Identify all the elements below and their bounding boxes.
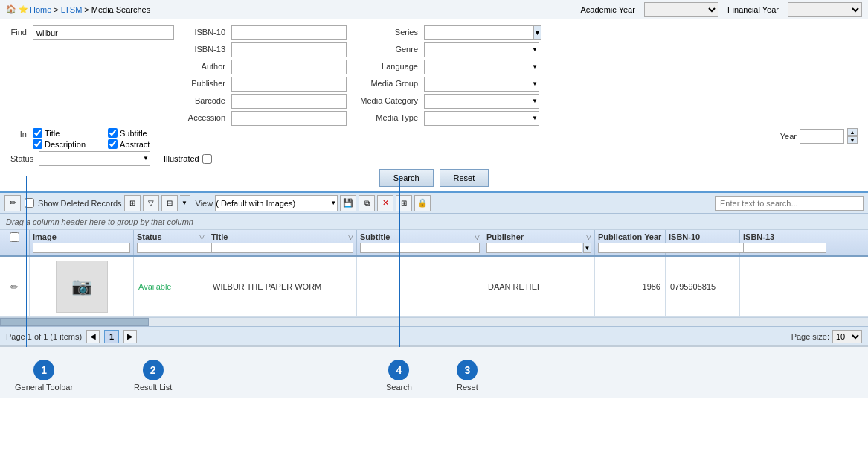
year-down[interactable]: ▼ xyxy=(847,136,858,144)
grid-toolbar: ✏ Show Deleted Records ⊞ ▽ ⊟ ▼ View ( De… xyxy=(0,193,868,214)
barcode-label: Barcode xyxy=(180,94,228,109)
view-select[interactable]: ( Default with Images) xyxy=(215,195,338,211)
accession-label: Accession xyxy=(180,111,228,126)
reset-button[interactable]: Reset xyxy=(440,169,489,187)
col-image-header: Image xyxy=(30,230,134,255)
row-publisher-value: DAAN RETIEF xyxy=(488,282,542,291)
toolbar-dropdown-btn[interactable]: ▼ xyxy=(180,195,190,211)
year-input[interactable] xyxy=(800,129,844,144)
status-select[interactable] xyxy=(39,151,150,166)
grid-search-input[interactable] xyxy=(715,196,864,211)
connector-1 xyxy=(26,176,27,347)
media-category-select[interactable] xyxy=(424,94,539,109)
subtitle-checkbox[interactable] xyxy=(108,128,118,138)
ltsm-link[interactable]: LTSM xyxy=(61,5,83,14)
annotation-1: 1 General Toolbar xyxy=(15,360,73,392)
academic-year-select[interactable] xyxy=(644,2,718,17)
illustrated-checkbox[interactable] xyxy=(202,154,212,164)
col-publisher-dropdown[interactable]: ▼ xyxy=(583,243,591,253)
isbn13-input[interactable] xyxy=(231,42,347,57)
author-input[interactable] xyxy=(231,60,347,74)
col-isbn10-label: ISBN-10 xyxy=(669,232,736,241)
toolbar-copy-icon[interactable]: ⧉ xyxy=(359,195,375,211)
col-pubyear-label: Publication Year xyxy=(598,232,661,241)
status-row: Status ▼ Illustrated xyxy=(10,151,858,166)
financial-year-select[interactable] xyxy=(788,2,862,17)
select-all-checkbox[interactable] xyxy=(10,232,19,242)
toolbar-save-icon[interactable]: 💾 xyxy=(340,195,356,211)
annotation-label-1: General Toolbar xyxy=(15,383,73,392)
col-title-filter-icon[interactable]: ▽ xyxy=(348,233,353,241)
page-size-select[interactable]: 10 20 50 xyxy=(832,330,862,343)
current-page-num: 1 xyxy=(104,330,119,343)
row-edit-icon[interactable]: ✏ xyxy=(10,281,19,293)
toolbar-grid-icon[interactable]: ⊟ xyxy=(161,195,178,211)
year-up[interactable]: ▲ xyxy=(847,128,858,136)
horizontal-scrollbar[interactable] xyxy=(0,317,868,326)
description-checkbox[interactable] xyxy=(33,139,42,149)
series-label: Series xyxy=(354,25,421,40)
abstract-checkbox-label[interactable]: Abstract xyxy=(108,139,174,149)
grid-section: Drag a column header here to group by th… xyxy=(0,214,868,345)
annotation-label-3: Reset xyxy=(457,383,478,392)
breadcrumb: 🏠 ⭐ Home > LTSM > Media Searches xyxy=(6,4,150,14)
connector-2 xyxy=(147,265,147,347)
search-buttons: Search Reset xyxy=(10,169,858,187)
find-input[interactable] xyxy=(33,25,174,40)
col-title-filter[interactable] xyxy=(211,243,353,253)
col-publisher-header: Publisher ▽ ▼ xyxy=(483,230,595,255)
accession-input[interactable] xyxy=(231,111,347,126)
next-page-btn[interactable]: ▶ xyxy=(123,330,137,343)
annotation-2: 2 Result List xyxy=(134,360,172,392)
col-subtitle-label: Subtitle xyxy=(360,232,390,241)
media-group-select[interactable] xyxy=(424,77,539,92)
row-pubyear-cell: 1986 xyxy=(595,257,666,316)
toolbar-cols-icon[interactable]: ⊞ xyxy=(396,195,412,211)
barcode-input[interactable] xyxy=(231,94,347,109)
row-publisher-cell: DAAN RETIEF xyxy=(483,257,595,316)
toolbar-filter-icon[interactable]: ▽ xyxy=(143,195,159,211)
col-publisher-filter-icon[interactable]: ▽ xyxy=(586,233,591,241)
media-type-label: Media Type xyxy=(354,111,421,126)
prev-page-btn[interactable]: ◀ xyxy=(86,330,100,343)
toolbar-lock-icon[interactable]: 🔒 xyxy=(414,195,431,211)
group-drag-bar[interactable]: Drag a column header here to group by th… xyxy=(0,214,868,230)
title-checkbox-label[interactable]: Title xyxy=(33,128,99,138)
series-input[interactable] xyxy=(424,25,534,40)
toolbar-close-icon[interactable]: ✕ xyxy=(377,195,393,211)
row-check-cell: ✏ xyxy=(0,257,30,316)
search-button[interactable]: Search xyxy=(379,169,434,187)
media-type-select[interactable] xyxy=(424,111,539,126)
col-publisher-label: Publisher xyxy=(486,232,524,241)
pagination-bar: Page 1 of 1 (1 items) ◀ 1 ▶ Page size: 1… xyxy=(0,326,868,345)
table-row[interactable]: ✏ 📷 Available WILBUR THE PAPER WORM DAAN… xyxy=(0,257,868,317)
media-group-label: Media Group xyxy=(354,77,421,92)
find-label: Find xyxy=(10,25,33,36)
row-image-cell: 📷 xyxy=(30,257,134,316)
description-checkbox-label[interactable]: Description xyxy=(33,139,99,149)
col-subtitle-filter[interactable] xyxy=(360,243,480,253)
col-status-filter-icon[interactable]: ▽ xyxy=(199,233,205,241)
isbn10-input[interactable] xyxy=(231,25,347,40)
illustrated-label[interactable]: Illustrated xyxy=(164,154,212,164)
toolbar-btn1[interactable]: ⊞ xyxy=(124,195,141,211)
view-label: View xyxy=(196,199,213,208)
col-isbn13-filter[interactable] xyxy=(743,243,826,253)
search-box-right xyxy=(715,196,864,211)
abstract-checkbox[interactable] xyxy=(108,139,118,149)
subtitle-checkbox-label[interactable]: Subtitle xyxy=(108,128,174,138)
toolbar-edit-icon[interactable]: ✏ xyxy=(4,195,21,211)
row-isbn13-cell xyxy=(740,257,829,316)
col-publisher-filter[interactable] xyxy=(486,243,582,253)
genre-select[interactable] xyxy=(424,42,539,57)
home-link[interactable]: Home xyxy=(30,5,51,14)
series-dropdown[interactable]: ▼ xyxy=(534,25,541,40)
title-checkbox[interactable] xyxy=(33,128,42,138)
col-subtitle-filter-icon[interactable]: ▽ xyxy=(475,233,480,241)
show-deleted-label: Show Deleted Records xyxy=(38,199,122,208)
publisher-input[interactable] xyxy=(231,77,347,92)
col-image-filter[interactable] xyxy=(33,243,130,253)
language-select[interactable] xyxy=(424,60,539,74)
row-status-value: Available xyxy=(138,282,171,291)
col-isbn13-header: ISBN-13 xyxy=(740,230,829,255)
